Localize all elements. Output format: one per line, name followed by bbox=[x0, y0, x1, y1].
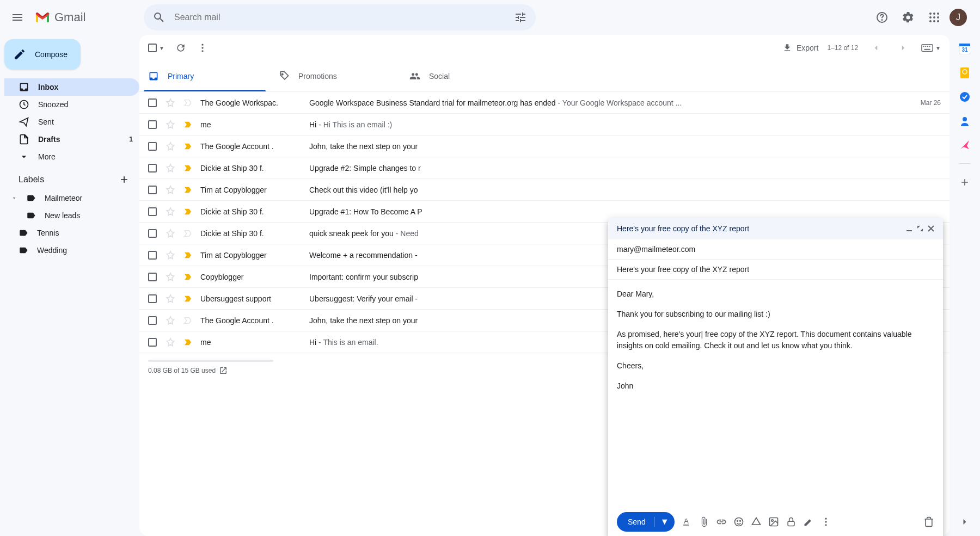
nav-more[interactable]: More bbox=[4, 148, 139, 165]
row-checkbox[interactable] bbox=[148, 273, 159, 281]
row-important[interactable] bbox=[183, 294, 194, 304]
row-star[interactable] bbox=[166, 163, 176, 173]
label-new-leads[interactable]: New leads bbox=[4, 207, 139, 224]
row-star[interactable] bbox=[166, 316, 176, 325]
row-important[interactable] bbox=[183, 207, 194, 217]
row-important[interactable] bbox=[183, 141, 194, 151]
contacts-addon[interactable] bbox=[959, 115, 970, 126]
row-checkbox[interactable] bbox=[148, 186, 159, 194]
fullscreen-button[interactable] bbox=[917, 225, 923, 232]
row-important[interactable] bbox=[183, 163, 194, 173]
open-new-icon[interactable] bbox=[219, 366, 228, 375]
send-button[interactable]: Send ▼ bbox=[617, 512, 675, 532]
row-star[interactable] bbox=[166, 207, 176, 217]
hide-side-panel[interactable] bbox=[959, 516, 970, 527]
row-important[interactable] bbox=[183, 98, 194, 108]
row-checkbox[interactable] bbox=[148, 338, 159, 347]
row-checkbox[interactable] bbox=[148, 229, 159, 238]
calendar-addon[interactable]: 31 bbox=[959, 44, 970, 54]
attach-button[interactable] bbox=[699, 516, 709, 527]
row-checkbox[interactable] bbox=[148, 251, 159, 260]
account-avatar[interactable]: J bbox=[950, 9, 967, 26]
row-star[interactable] bbox=[166, 185, 176, 195]
row-checkbox[interactable] bbox=[148, 294, 159, 303]
select-dropdown-icon[interactable]: ▼ bbox=[159, 45, 164, 51]
keep-addon[interactable] bbox=[959, 67, 970, 78]
row-checkbox[interactable] bbox=[148, 207, 159, 216]
mailmeteor-addon[interactable] bbox=[959, 139, 970, 150]
row-important[interactable] bbox=[183, 250, 194, 260]
compose-button[interactable]: Compose bbox=[4, 39, 81, 70]
pager-next[interactable] bbox=[894, 43, 912, 53]
image-button[interactable] bbox=[768, 516, 779, 527]
compose-window: Here's your free copy of the XYZ report … bbox=[608, 218, 943, 536]
compose-subject-field[interactable]: Here's your free copy of the XYZ report bbox=[608, 260, 943, 280]
close-button[interactable] bbox=[928, 225, 934, 232]
signature-button[interactable] bbox=[803, 516, 814, 527]
label-wedding[interactable]: Wedding bbox=[4, 242, 139, 259]
row-important[interactable] bbox=[183, 272, 194, 282]
select-all-checkbox[interactable]: ▼ bbox=[148, 44, 164, 52]
send-options[interactable]: ▼ bbox=[654, 517, 675, 527]
nav-inbox[interactable]: Inbox bbox=[4, 78, 139, 96]
row-checkbox[interactable] bbox=[148, 142, 159, 151]
row-star[interactable] bbox=[166, 294, 176, 304]
email-row[interactable]: Dickie at Ship 30 f.Upgrade #2: Simple c… bbox=[139, 157, 950, 179]
row-star[interactable] bbox=[166, 141, 176, 151]
row-checkbox[interactable] bbox=[148, 98, 159, 107]
row-checkbox[interactable] bbox=[148, 164, 159, 172]
get-addons[interactable] bbox=[959, 177, 970, 188]
row-checkbox[interactable] bbox=[148, 120, 159, 129]
search-input[interactable] bbox=[170, 13, 510, 22]
drive-button[interactable] bbox=[751, 516, 762, 527]
nav-snoozed[interactable]: Snoozed bbox=[4, 96, 139, 113]
row-star[interactable] bbox=[166, 120, 176, 130]
apps-button[interactable] bbox=[923, 7, 945, 28]
email-row[interactable]: meHi - Hi This is an email :) bbox=[139, 114, 950, 135]
tab-promotions[interactable]: Promotions bbox=[270, 61, 401, 91]
emoji-button[interactable] bbox=[733, 516, 744, 527]
label-mailmeteor[interactable]: Mailmeteor bbox=[4, 189, 139, 207]
row-star[interactable] bbox=[166, 272, 176, 282]
tasks-addon[interactable] bbox=[959, 91, 970, 102]
row-important[interactable] bbox=[183, 229, 194, 238]
search-options-icon[interactable] bbox=[510, 7, 531, 28]
row-important[interactable] bbox=[183, 120, 194, 130]
compose-to-field[interactable]: mary@mailmeteor.com bbox=[608, 239, 943, 260]
compose-more-button[interactable] bbox=[820, 516, 831, 527]
search-icon[interactable] bbox=[148, 7, 170, 28]
gmail-logo[interactable]: Gmail bbox=[30, 10, 85, 24]
minimize-button[interactable] bbox=[906, 225, 912, 232]
row-star[interactable] bbox=[166, 229, 176, 238]
support-button[interactable] bbox=[871, 7, 893, 28]
link-button[interactable] bbox=[716, 516, 727, 527]
tab-social[interactable]: Social bbox=[401, 61, 531, 91]
input-tools-button[interactable]: ▼ bbox=[921, 44, 941, 52]
compose-body[interactable]: Dear Mary, Thank you for subscribing to … bbox=[608, 280, 943, 508]
add-label-icon[interactable] bbox=[119, 174, 130, 185]
row-important[interactable] bbox=[183, 337, 194, 347]
row-star[interactable] bbox=[166, 250, 176, 260]
confidential-button[interactable] bbox=[786, 516, 797, 527]
pager-prev[interactable] bbox=[867, 43, 885, 53]
label-tennis[interactable]: Tennis bbox=[4, 224, 139, 242]
row-checkbox[interactable] bbox=[148, 316, 159, 325]
tab-primary[interactable]: Primary bbox=[139, 61, 270, 91]
row-important[interactable] bbox=[183, 316, 194, 325]
export-button[interactable]: Export bbox=[782, 43, 818, 53]
more-button[interactable] bbox=[197, 42, 208, 53]
email-row[interactable]: The Google Workspac.Google Workspace Bus… bbox=[139, 92, 950, 114]
nav-sent[interactable]: Sent bbox=[4, 113, 139, 131]
refresh-button[interactable] bbox=[175, 42, 186, 53]
settings-button[interactable] bbox=[897, 7, 919, 28]
nav-drafts[interactable]: Drafts 1 bbox=[4, 131, 139, 148]
email-row[interactable]: Tim at CopybloggerCheck out this video (… bbox=[139, 179, 950, 201]
discard-button[interactable] bbox=[923, 516, 934, 527]
main-menu-button[interactable] bbox=[4, 4, 30, 30]
row-star[interactable] bbox=[166, 98, 176, 108]
formatting-button[interactable]: A bbox=[681, 516, 692, 527]
row-important[interactable] bbox=[183, 185, 194, 195]
compose-header[interactable]: Here's your free copy of the XYZ report bbox=[608, 218, 943, 239]
email-row[interactable]: The Google Account .John, take the next … bbox=[139, 135, 950, 157]
row-star[interactable] bbox=[166, 337, 176, 347]
